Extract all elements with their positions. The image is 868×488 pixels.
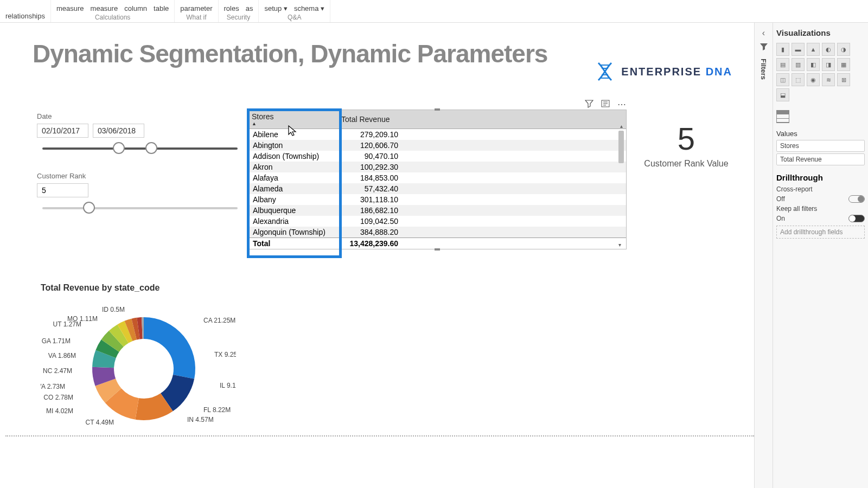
dna-icon — [594, 61, 616, 82]
focus-mode-icon[interactable] — [601, 99, 610, 110]
rank-slider-thumb[interactable] — [83, 202, 95, 214]
drillthrough-title: Drillthrough — [776, 173, 865, 182]
funnel-icon — [760, 42, 768, 51]
cross-report-label: Cross-report — [776, 185, 813, 193]
date-slider-thumb-from[interactable] — [113, 142, 125, 154]
viz-type-icon[interactable]: ◐ — [822, 43, 835, 56]
viz-type-icon[interactable]: ▮ — [776, 43, 789, 56]
table-row[interactable]: Albuquerque186,682.10 — [247, 205, 626, 216]
ribbon-measure[interactable]: measure — [56, 4, 84, 12]
col-header-revenue[interactable]: Total Revenue — [337, 110, 626, 129]
viz-pane-title: Visualizations — [776, 28, 865, 37]
table-row[interactable]: Addison (Township)90,470.10 — [247, 151, 626, 162]
donut-slice-label: CT 4.49M — [86, 419, 114, 426]
more-options-icon[interactable]: ⋯ — [617, 99, 626, 110]
ribbon-view-as[interactable]: as — [246, 4, 253, 12]
field-well-revenue[interactable]: Total Revenue — [776, 153, 865, 165]
viz-type-icon[interactable]: ≋ — [822, 73, 835, 86]
viz-type-icon[interactable]: ◑ — [837, 43, 850, 56]
scroll-down-icon[interactable]: ▾ — [618, 242, 621, 248]
viz-icon-grid: ▮▬▲◐◑▤▥◧◨▦◫⬚◉≋⊞⬓ — [776, 43, 865, 101]
keep-filters-toggle[interactable] — [848, 215, 865, 222]
viz-type-icon[interactable]: ◧ — [807, 58, 820, 71]
resize-handle-bottom[interactable] — [435, 248, 440, 251]
donut-slice-label: CA 21.25M — [203, 317, 235, 324]
donut-slice-label: WA 2.73M — [41, 383, 65, 390]
ribbon-roles[interactable]: roles — [224, 4, 239, 12]
viz-type-icon[interactable]: ▲ — [807, 43, 820, 56]
scroll-up-icon[interactable]: ▴ — [617, 123, 625, 129]
ribbon-group-qa: Q&A — [288, 14, 301, 21]
ribbon-group-security: Security — [227, 14, 250, 21]
viz-type-icon[interactable]: ◉ — [807, 73, 820, 86]
cross-report-toggle[interactable] — [848, 195, 865, 203]
date-slider-track[interactable] — [42, 147, 238, 150]
rank-slider-track[interactable] — [42, 207, 238, 209]
rank-card[interactable]: 5 Customer Rank Value — [640, 120, 732, 169]
resize-handle-top[interactable] — [435, 108, 440, 111]
visual-toolbar: ⋯ — [585, 99, 626, 110]
viz-type-icon[interactable]: ▦ — [837, 58, 850, 71]
viz-type-icon[interactable]: ⊞ — [837, 73, 850, 86]
ribbon-table[interactable]: table — [154, 4, 169, 12]
cursor-icon — [288, 125, 297, 139]
ribbon-parameter[interactable]: parameter — [180, 4, 212, 12]
visualizations-pane: Visualizations ▮▬▲◐◑▤▥◧◨▦◫⬚◉≋⊞⬓ Values S… — [773, 23, 868, 488]
donut-title: Total Revenue by state_code — [41, 283, 236, 293]
page-divider — [5, 435, 754, 436]
table-row[interactable]: Akron100,292.30 — [247, 162, 626, 172]
donut-slice-label: NC 2.47M — [43, 367, 72, 375]
table-row[interactable]: Abilene279,209.10 — [247, 129, 626, 140]
off-label: Off — [776, 195, 785, 203]
donut-slice-label: IN 4.57M — [187, 416, 214, 423]
viz-type-icon[interactable]: ▤ — [776, 58, 789, 71]
table-row[interactable]: Alafaya184,853.00 — [247, 172, 626, 183]
ribbon-group-whatif: What if — [186, 14, 206, 21]
ribbon-quick-measure[interactable]: measure — [91, 4, 118, 12]
viz-type-icon[interactable]: ◫ — [776, 73, 789, 86]
scroll-thumb[interactable] — [618, 131, 624, 163]
ribbon-qa-setup[interactable]: setup ▾ — [264, 4, 287, 12]
viz-type-icon[interactable]: ⬓ — [776, 88, 789, 101]
donut-slice-label: FL 8.22M — [203, 406, 231, 414]
ribbon-column[interactable]: column — [124, 4, 147, 12]
filter-icon[interactable] — [585, 99, 593, 110]
donut-slice-label: MI 4.02M — [46, 407, 73, 415]
table-row[interactable]: Abington120,606.70 — [247, 140, 626, 151]
rank-input[interactable]: 5 — [37, 183, 88, 197]
table-scrollbar[interactable]: ▴ ▾ — [617, 123, 625, 248]
viz-type-icon[interactable]: ▥ — [792, 58, 805, 71]
viz-type-icon[interactable]: ▬ — [792, 43, 805, 56]
fields-tab-icon[interactable] — [776, 110, 789, 123]
ribbon-qa-schema[interactable]: schema ▾ — [294, 4, 324, 12]
rank-slicer[interactable]: Customer Rank 5 — [37, 172, 238, 209]
table-row[interactable]: Alameda57,432.40 — [247, 183, 626, 194]
ribbon: relationships measure measure column tab… — [0, 0, 868, 23]
date-to-input[interactable]: 03/06/2018 — [93, 124, 144, 138]
field-well-stores[interactable]: Stores — [776, 140, 865, 152]
viz-type-icon[interactable]: ⬚ — [792, 73, 805, 86]
donut-chart[interactable]: Total Revenue by state_code CA 21.25MTX … — [41, 283, 236, 439]
donut-slice-label: GA 1.71M — [42, 337, 71, 345]
table-row[interactable]: Alexandria109,042.50 — [247, 216, 626, 227]
add-drill-fields[interactable]: Add drillthrough fields — [776, 226, 865, 239]
table-row[interactable]: Albany301,118.10 — [247, 194, 626, 205]
donut-slice-label: VA 1.86M — [48, 352, 76, 359]
donut-slice-label: IL 9.19M — [220, 382, 236, 389]
on-label: On — [776, 215, 785, 222]
date-slider-thumb-to[interactable] — [145, 142, 157, 154]
report-canvas[interactable]: Dynamic Segmentation, Dynamic Parameters… — [0, 23, 754, 488]
donut-slice-label: ID 0.5M — [102, 306, 125, 313]
total-value: 13,428,239.60 — [337, 238, 626, 249]
date-from-input[interactable]: 02/10/2017 — [37, 124, 88, 138]
expand-filters-icon[interactable]: ‹ — [762, 28, 765, 38]
table-row[interactable]: Algonquin (Township)384,888.20 — [247, 227, 626, 238]
filters-pane-collapsed[interactable]: ‹ Filters — [755, 23, 773, 488]
viz-type-icon[interactable]: ◨ — [822, 58, 835, 71]
ribbon-group-calculations: Calculations — [95, 14, 130, 21]
date-slicer-label: Date — [37, 112, 238, 120]
date-slicer[interactable]: Date 02/10/2017 03/06/2018 — [37, 112, 238, 150]
donut-slice[interactable] — [144, 317, 195, 379]
ribbon-relationships[interactable]: relationships — [5, 12, 45, 20]
stores-table-visual[interactable]: ⋯ Stores▲ Total Revenue Abilene279,209.1… — [247, 110, 627, 249]
